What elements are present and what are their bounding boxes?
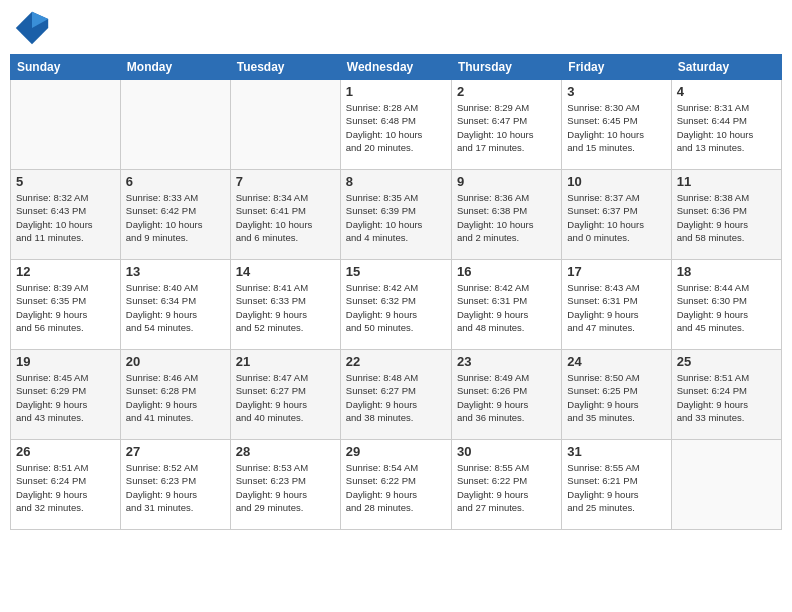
day-info: Sunrise: 8:46 AM Sunset: 6:28 PM Dayligh… (126, 371, 225, 424)
calendar-cell: 10Sunrise: 8:37 AM Sunset: 6:37 PM Dayli… (562, 170, 671, 260)
day-number: 13 (126, 264, 225, 279)
day-number: 22 (346, 354, 446, 369)
day-number: 1 (346, 84, 446, 99)
calendar-cell: 5Sunrise: 8:32 AM Sunset: 6:43 PM Daylig… (11, 170, 121, 260)
day-number: 28 (236, 444, 335, 459)
calendar-cell (671, 440, 781, 530)
day-number: 26 (16, 444, 115, 459)
day-info: Sunrise: 8:36 AM Sunset: 6:38 PM Dayligh… (457, 191, 556, 244)
calendar-cell: 4Sunrise: 8:31 AM Sunset: 6:44 PM Daylig… (671, 80, 781, 170)
calendar-cell: 13Sunrise: 8:40 AM Sunset: 6:34 PM Dayli… (120, 260, 230, 350)
calendar-cell: 6Sunrise: 8:33 AM Sunset: 6:42 PM Daylig… (120, 170, 230, 260)
page-header (10, 10, 782, 46)
day-number: 27 (126, 444, 225, 459)
day-number: 20 (126, 354, 225, 369)
calendar-cell: 11Sunrise: 8:38 AM Sunset: 6:36 PM Dayli… (671, 170, 781, 260)
day-number: 14 (236, 264, 335, 279)
logo (14, 10, 54, 46)
day-info: Sunrise: 8:50 AM Sunset: 6:25 PM Dayligh… (567, 371, 665, 424)
calendar-cell (11, 80, 121, 170)
day-number: 10 (567, 174, 665, 189)
day-info: Sunrise: 8:29 AM Sunset: 6:47 PM Dayligh… (457, 101, 556, 154)
calendar-cell (230, 80, 340, 170)
day-info: Sunrise: 8:35 AM Sunset: 6:39 PM Dayligh… (346, 191, 446, 244)
calendar-cell: 23Sunrise: 8:49 AM Sunset: 6:26 PM Dayli… (451, 350, 561, 440)
day-number: 4 (677, 84, 776, 99)
day-number: 6 (126, 174, 225, 189)
day-info: Sunrise: 8:42 AM Sunset: 6:32 PM Dayligh… (346, 281, 446, 334)
day-number: 23 (457, 354, 556, 369)
day-info: Sunrise: 8:41 AM Sunset: 6:33 PM Dayligh… (236, 281, 335, 334)
day-info: Sunrise: 8:45 AM Sunset: 6:29 PM Dayligh… (16, 371, 115, 424)
calendar-cell: 30Sunrise: 8:55 AM Sunset: 6:22 PM Dayli… (451, 440, 561, 530)
weekday-header-monday: Monday (120, 55, 230, 80)
day-number: 21 (236, 354, 335, 369)
day-info: Sunrise: 8:37 AM Sunset: 6:37 PM Dayligh… (567, 191, 665, 244)
weekday-header-tuesday: Tuesday (230, 55, 340, 80)
calendar-cell: 25Sunrise: 8:51 AM Sunset: 6:24 PM Dayli… (671, 350, 781, 440)
weekday-header-row: SundayMondayTuesdayWednesdayThursdayFrid… (11, 55, 782, 80)
calendar-week-row: 12Sunrise: 8:39 AM Sunset: 6:35 PM Dayli… (11, 260, 782, 350)
day-info: Sunrise: 8:39 AM Sunset: 6:35 PM Dayligh… (16, 281, 115, 334)
day-number: 2 (457, 84, 556, 99)
day-info: Sunrise: 8:30 AM Sunset: 6:45 PM Dayligh… (567, 101, 665, 154)
day-number: 7 (236, 174, 335, 189)
day-info: Sunrise: 8:49 AM Sunset: 6:26 PM Dayligh… (457, 371, 556, 424)
calendar-cell: 7Sunrise: 8:34 AM Sunset: 6:41 PM Daylig… (230, 170, 340, 260)
calendar-cell: 2Sunrise: 8:29 AM Sunset: 6:47 PM Daylig… (451, 80, 561, 170)
calendar-cell: 26Sunrise: 8:51 AM Sunset: 6:24 PM Dayli… (11, 440, 121, 530)
day-info: Sunrise: 8:55 AM Sunset: 6:22 PM Dayligh… (457, 461, 556, 514)
calendar-cell: 12Sunrise: 8:39 AM Sunset: 6:35 PM Dayli… (11, 260, 121, 350)
calendar-week-row: 5Sunrise: 8:32 AM Sunset: 6:43 PM Daylig… (11, 170, 782, 260)
calendar-cell: 20Sunrise: 8:46 AM Sunset: 6:28 PM Dayli… (120, 350, 230, 440)
day-number: 9 (457, 174, 556, 189)
day-number: 24 (567, 354, 665, 369)
calendar-cell (120, 80, 230, 170)
day-info: Sunrise: 8:51 AM Sunset: 6:24 PM Dayligh… (16, 461, 115, 514)
calendar-cell: 3Sunrise: 8:30 AM Sunset: 6:45 PM Daylig… (562, 80, 671, 170)
calendar-cell: 18Sunrise: 8:44 AM Sunset: 6:30 PM Dayli… (671, 260, 781, 350)
calendar-cell: 19Sunrise: 8:45 AM Sunset: 6:29 PM Dayli… (11, 350, 121, 440)
weekday-header-saturday: Saturday (671, 55, 781, 80)
calendar-cell: 22Sunrise: 8:48 AM Sunset: 6:27 PM Dayli… (340, 350, 451, 440)
logo-icon (14, 10, 50, 46)
day-info: Sunrise: 8:54 AM Sunset: 6:22 PM Dayligh… (346, 461, 446, 514)
calendar-cell: 21Sunrise: 8:47 AM Sunset: 6:27 PM Dayli… (230, 350, 340, 440)
day-number: 31 (567, 444, 665, 459)
calendar-week-row: 26Sunrise: 8:51 AM Sunset: 6:24 PM Dayli… (11, 440, 782, 530)
weekday-header-friday: Friday (562, 55, 671, 80)
day-info: Sunrise: 8:48 AM Sunset: 6:27 PM Dayligh… (346, 371, 446, 424)
day-info: Sunrise: 8:40 AM Sunset: 6:34 PM Dayligh… (126, 281, 225, 334)
day-number: 29 (346, 444, 446, 459)
day-number: 19 (16, 354, 115, 369)
day-number: 5 (16, 174, 115, 189)
calendar-cell: 31Sunrise: 8:55 AM Sunset: 6:21 PM Dayli… (562, 440, 671, 530)
weekday-header-wednesday: Wednesday (340, 55, 451, 80)
day-info: Sunrise: 8:31 AM Sunset: 6:44 PM Dayligh… (677, 101, 776, 154)
day-number: 15 (346, 264, 446, 279)
calendar-table: SundayMondayTuesdayWednesdayThursdayFrid… (10, 54, 782, 530)
calendar-cell: 27Sunrise: 8:52 AM Sunset: 6:23 PM Dayli… (120, 440, 230, 530)
day-info: Sunrise: 8:34 AM Sunset: 6:41 PM Dayligh… (236, 191, 335, 244)
calendar-cell: 9Sunrise: 8:36 AM Sunset: 6:38 PM Daylig… (451, 170, 561, 260)
day-info: Sunrise: 8:51 AM Sunset: 6:24 PM Dayligh… (677, 371, 776, 424)
calendar-week-row: 1Sunrise: 8:28 AM Sunset: 6:48 PM Daylig… (11, 80, 782, 170)
day-number: 25 (677, 354, 776, 369)
day-info: Sunrise: 8:55 AM Sunset: 6:21 PM Dayligh… (567, 461, 665, 514)
day-info: Sunrise: 8:44 AM Sunset: 6:30 PM Dayligh… (677, 281, 776, 334)
day-number: 8 (346, 174, 446, 189)
day-number: 16 (457, 264, 556, 279)
day-number: 12 (16, 264, 115, 279)
day-number: 30 (457, 444, 556, 459)
day-info: Sunrise: 8:28 AM Sunset: 6:48 PM Dayligh… (346, 101, 446, 154)
calendar-week-row: 19Sunrise: 8:45 AM Sunset: 6:29 PM Dayli… (11, 350, 782, 440)
calendar-cell: 1Sunrise: 8:28 AM Sunset: 6:48 PM Daylig… (340, 80, 451, 170)
day-info: Sunrise: 8:47 AM Sunset: 6:27 PM Dayligh… (236, 371, 335, 424)
day-info: Sunrise: 8:53 AM Sunset: 6:23 PM Dayligh… (236, 461, 335, 514)
calendar-cell: 14Sunrise: 8:41 AM Sunset: 6:33 PM Dayli… (230, 260, 340, 350)
calendar-cell: 24Sunrise: 8:50 AM Sunset: 6:25 PM Dayli… (562, 350, 671, 440)
day-info: Sunrise: 8:38 AM Sunset: 6:36 PM Dayligh… (677, 191, 776, 244)
day-info: Sunrise: 8:52 AM Sunset: 6:23 PM Dayligh… (126, 461, 225, 514)
day-number: 18 (677, 264, 776, 279)
weekday-header-thursday: Thursday (451, 55, 561, 80)
